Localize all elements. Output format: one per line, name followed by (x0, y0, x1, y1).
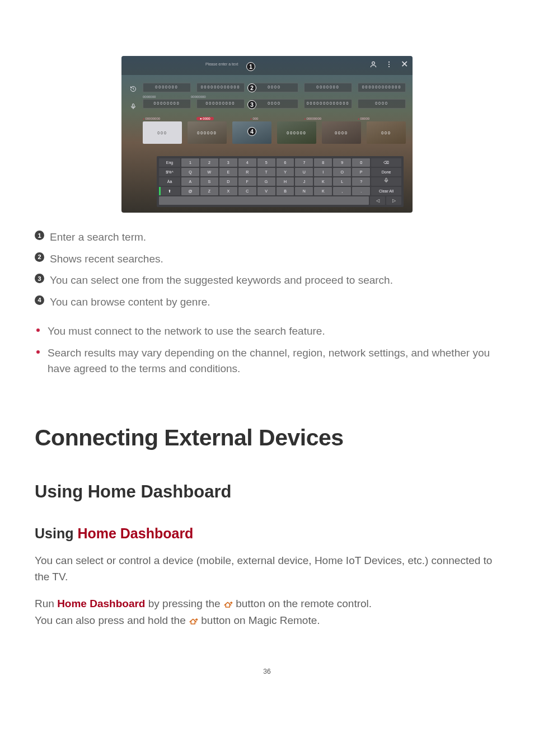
key-symbols[interactable]: $%^ (159, 168, 180, 176)
key-shift[interactable]: ⬆ (159, 187, 180, 195)
key[interactable]: 3 (219, 158, 237, 167)
key[interactable]: W (200, 168, 218, 176)
key[interactable]: , (333, 187, 351, 195)
svg-point-0 (372, 62, 375, 64)
key-backspace[interactable]: ⌫ (371, 158, 401, 167)
callout-2: 2 (247, 83, 256, 92)
chip[interactable]: 0000 (358, 99, 406, 109)
svg-point-2 (388, 64, 390, 65)
key[interactable]: K (314, 177, 332, 186)
home-dashboard-button-icon (223, 600, 233, 608)
text: You can also press and hold the (35, 614, 189, 626)
tile[interactable]: 000 (367, 121, 406, 144)
key[interactable]: L (333, 177, 351, 186)
key[interactable]: C (238, 187, 256, 195)
key[interactable]: Z (200, 187, 218, 195)
tile[interactable]: 000000 (277, 121, 316, 144)
key[interactable]: 1 (181, 158, 199, 167)
key[interactable]: . (352, 187, 370, 195)
genre-tiles: 000 000000 00 000000 0000 000 (143, 121, 406, 144)
key[interactable]: E (219, 168, 237, 176)
key-accents[interactable]: Äà (159, 177, 180, 186)
chip[interactable]: 0000000000000 (304, 99, 352, 109)
key[interactable]: 8 (314, 158, 332, 167)
text: button on Magic Remote. (198, 614, 320, 626)
home-dashboard-button-icon (189, 617, 198, 625)
key[interactable]: 9 (333, 158, 351, 167)
key[interactable]: V (257, 187, 275, 195)
key[interactable]: 5 (257, 158, 275, 167)
chip[interactable]: 0000 (250, 99, 298, 109)
bullet-1-icon: 1 (35, 231, 44, 240)
key-voice[interactable] (371, 177, 401, 186)
def-text: Enter a search term. (50, 229, 146, 246)
more-icon[interactable] (385, 60, 393, 68)
brand-name: Home Dashboard (57, 598, 145, 609)
key-clear-all[interactable]: Clear All (371, 187, 401, 195)
chip[interactable]: 00000000 (143, 99, 191, 109)
key[interactable]: 2 (200, 158, 218, 167)
key[interactable]: 0 (352, 158, 370, 167)
history-icon[interactable] (130, 86, 137, 92)
tile[interactable]: 000 (143, 121, 182, 144)
chip[interactable]: 0000000 (304, 83, 352, 92)
topic-heading: Using Home Dashboard (35, 525, 499, 542)
key[interactable]: X (219, 187, 237, 195)
key[interactable]: Y (277, 168, 294, 176)
svg-point-1 (388, 62, 390, 63)
tv-topbar: Please enter a text ✕ (121, 56, 413, 75)
chip[interactable]: 0000 (250, 83, 298, 92)
tile[interactable]: 000000 (188, 121, 227, 144)
key[interactable]: P (352, 168, 370, 176)
close-icon[interactable]: ✕ (401, 60, 408, 68)
topic-prefix: Using (35, 525, 77, 541)
key[interactable]: S (200, 177, 218, 186)
bullet-3-icon: 3 (35, 274, 44, 283)
key[interactable]: I (314, 168, 332, 176)
key[interactable]: U (295, 168, 313, 176)
key-left[interactable]: ◁ (370, 196, 385, 205)
tile[interactable]: 0000 (322, 121, 361, 144)
key[interactable]: T (257, 168, 275, 176)
bullet-dot-icon (36, 328, 40, 332)
key[interactable]: H (277, 177, 294, 186)
key[interactable]: G (257, 177, 275, 186)
key[interactable]: 7 (295, 158, 313, 167)
key[interactable]: Q (181, 168, 199, 176)
page-number: 36 (35, 668, 499, 675)
chip[interactable]: 000000000000 (196, 83, 245, 92)
key[interactable]: F (238, 177, 256, 186)
key[interactable]: R (238, 168, 256, 176)
text: button on the remote control. (233, 598, 372, 609)
key[interactable]: B (277, 187, 294, 195)
key[interactable]: 4 (238, 158, 256, 167)
search-input-placeholder[interactable]: Please enter a text (205, 62, 238, 66)
user-icon[interactable] (369, 60, 377, 68)
def-text: You can browse content by genre. (50, 294, 210, 311)
key[interactable]: @ (181, 187, 199, 195)
key[interactable]: 6 (277, 158, 294, 167)
chip[interactable]: 0000000 (143, 83, 191, 92)
key[interactable]: K (314, 187, 332, 195)
def-text: Shows recent searches. (50, 251, 163, 267)
key[interactable]: D (219, 177, 237, 186)
key-right[interactable]: ▷ (386, 196, 401, 205)
callout-1: 1 (246, 62, 255, 71)
key[interactable]: J (295, 177, 313, 186)
history-label: 0000000 (143, 95, 156, 98)
chip[interactable]: 000000000 (196, 99, 245, 109)
chip[interactable]: 000000000000 (358, 83, 406, 92)
key[interactable]: N (295, 187, 313, 195)
paragraph: You can select or control a device (mobi… (35, 552, 499, 585)
svg-point-3 (388, 66, 390, 67)
mic-icon[interactable] (130, 103, 137, 110)
key-lang[interactable]: Eng (159, 158, 180, 167)
key[interactable]: ? (352, 177, 370, 186)
key[interactable]: A (181, 177, 199, 186)
key-done[interactable]: Done (371, 168, 401, 176)
subsection-heading: Using Home Dashboard (35, 482, 499, 502)
note-text: Search results may vary depending on the… (48, 345, 499, 377)
key[interactable]: O (333, 168, 351, 176)
tv-search-screen: Please enter a text ✕ 0000000 0000000000… (121, 56, 413, 213)
key-space[interactable] (159, 196, 369, 205)
